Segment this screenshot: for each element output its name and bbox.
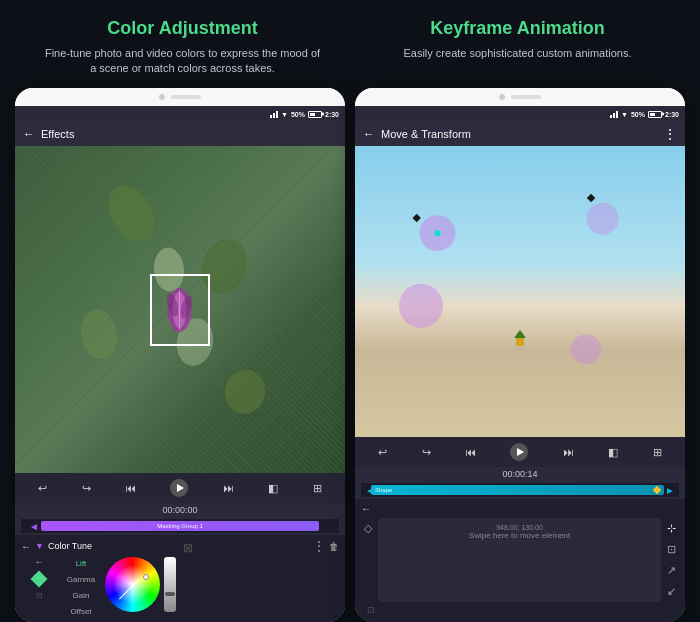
right-video-area <box>355 146 685 437</box>
right-wifi-icon: ▼ <box>621 111 628 118</box>
purple-flower <box>163 285 198 335</box>
right-battery-icon <box>648 111 662 118</box>
left-bookmark-btn[interactable]: ◧ <box>268 482 278 495</box>
right-redo-btn[interactable]: ↪ <box>422 446 431 459</box>
right-undo-btn[interactable]: ↩ <box>378 446 387 459</box>
left-playback-controls: ↩ ↪ ⏮ ⏭ ◧ ⊞ <box>15 473 345 503</box>
left-panel-sidebar: ← ⊡ <box>21 557 57 600</box>
svg-point-0 <box>99 177 164 249</box>
right-panel-back[interactable]: ← <box>361 503 371 514</box>
coords-display: 948.00, 130.00 <box>496 524 543 531</box>
right-app-header: ← Move & Transform ⋮ <box>355 122 685 146</box>
swipe-hint: Swipe here to move element <box>469 531 570 596</box>
left-track-bar: Masking Group 1 <box>41 521 319 531</box>
right-skip-back-btn[interactable]: ⏮ <box>465 446 476 458</box>
slider-thumb <box>165 592 175 596</box>
right-bookmark-btn[interactable]: ◧ <box>608 446 618 459</box>
right-track-end: ► <box>665 485 675 496</box>
diamond-button[interactable] <box>31 571 48 588</box>
skew-icon[interactable]: ↙ <box>667 585 676 598</box>
left-expand-btn[interactable]: ⊞ <box>313 482 322 495</box>
color-tune-buttons: Lift Gamma Gain Offset <box>61 557 101 618</box>
diamond-icon[interactable]: ◇ <box>364 522 372 535</box>
right-timeline-track[interactable]: ◄ Shape ► <box>361 483 679 497</box>
left-panel-back[interactable]: ← <box>21 541 31 552</box>
scale-icon[interactable]: ⊡ <box>667 543 676 556</box>
signal-bar-3 <box>276 111 278 118</box>
signal-bar-1 <box>270 115 272 118</box>
expand-icon[interactable]: ⊠ <box>183 541 193 555</box>
left-undo-btn[interactable]: ↩ <box>38 482 47 495</box>
right-signal-bar-3 <box>616 111 618 118</box>
right-battery-text: 50% <box>631 111 645 118</box>
keyframe-svg <box>355 146 685 437</box>
left-skip-fwd-btn[interactable]: ⏭ <box>223 482 234 494</box>
left-back-button[interactable]: ← <box>23 127 35 141</box>
wheel-dot <box>143 574 149 580</box>
kf-teal-dot <box>435 231 441 237</box>
signal-bar-2 <box>273 113 275 118</box>
signal-icon <box>270 111 278 118</box>
mask-icon-right[interactable]: ⊡ <box>367 605 375 615</box>
left-phone-screen: ▼ 50% 2:30 ← Effects <box>15 106 345 622</box>
right-app-title: Move & Transform <box>381 128 657 140</box>
plant-background <box>15 146 345 473</box>
right-play-triangle <box>517 448 524 456</box>
left-status-bar: ▼ 50% 2:30 <box>15 106 345 122</box>
play-triangle <box>177 484 184 492</box>
color-wheel-container[interactable] <box>105 557 160 612</box>
right-phone-screen: ▼ 50% 2:30 ← Move & Transform ⋮ <box>355 106 685 622</box>
left-panel-menu[interactable]: ⋮ <box>313 539 325 553</box>
right-side-icons-right: ⊹ ⊡ ↗ ↙ <box>664 518 679 602</box>
right-bottom-icons: ⊡ <box>361 602 679 618</box>
lift-btn[interactable]: Lift <box>61 557 101 570</box>
left-phone-top-bar <box>15 88 345 106</box>
right-play-btn[interactable] <box>510 443 528 461</box>
rotate-icon[interactable]: ↗ <box>667 564 676 577</box>
left-battery-text: 50% <box>291 111 305 118</box>
left-play-btn[interactable] <box>170 479 188 497</box>
right-menu-btn[interactable]: ⋮ <box>663 126 677 142</box>
right-track-bar: Shape <box>371 485 664 495</box>
left-panel-title: Color Tune <box>48 541 92 551</box>
left-skip-back-btn[interactable]: ⏮ <box>125 482 136 494</box>
left-feature-title: Color Adjustment <box>107 18 257 40</box>
color-controls: ← ⊡ Lift Gamma Gain Offset <box>21 557 339 618</box>
swipe-area[interactable]: 948.00, 130.00 Swipe here to move elemen… <box>378 518 661 602</box>
right-feature-desc: Easily create sophisticated custom anima… <box>403 46 631 61</box>
panel-back2[interactable]: ← <box>35 557 44 567</box>
move-icon[interactable]: ⊹ <box>667 522 676 535</box>
svg-point-2 <box>77 307 121 362</box>
flower-svg <box>163 285 198 335</box>
left-battery-icon <box>308 111 322 118</box>
left-timeline-track[interactable]: ◄ Masking Group 1 <box>21 519 339 533</box>
right-expand-btn[interactable]: ⊞ <box>653 446 662 459</box>
kf-diamond-2 <box>587 194 595 202</box>
left-redo-btn[interactable]: ↪ <box>82 482 91 495</box>
offset-btn[interactable]: Offset <box>61 605 101 618</box>
color-wheel[interactable] <box>105 557 160 612</box>
right-time: 2:30 <box>665 111 679 118</box>
kf-circle-4 <box>571 335 601 365</box>
gamma-btn[interactable]: Gamma <box>61 573 101 586</box>
gain-btn[interactable]: Gain <box>61 589 101 602</box>
right-track-label: Shape <box>375 487 392 493</box>
left-feature-block: Color Adjustment Fine-tune photo and vid… <box>20 18 345 76</box>
right-panel-content: ◇ 948.00, 130.00 Swipe here to move elem… <box>361 518 679 602</box>
left-panel-trash[interactable]: 🗑 <box>329 541 339 552</box>
mask-icon[interactable]: ⊡ <box>36 591 43 600</box>
left-time: 2:30 <box>325 111 339 118</box>
left-phone: ▼ 50% 2:30 ← Effects <box>15 88 345 622</box>
right-phone-camera <box>499 94 505 100</box>
feature-headers: Color Adjustment Fine-tune photo and vid… <box>0 0 700 88</box>
left-track-arrow: ◄ <box>29 521 39 532</box>
right-signal-bar-1 <box>610 115 612 118</box>
kf-diamond-1 <box>412 214 420 222</box>
right-back-button[interactable]: ← <box>363 127 375 141</box>
right-panel-header: ← <box>361 503 679 514</box>
right-phone: ▼ 50% 2:30 ← Move & Transform ⋮ <box>355 88 685 622</box>
beach-background <box>355 146 685 437</box>
brightness-slider[interactable] <box>164 557 176 612</box>
kf-circle-3 <box>587 203 619 235</box>
right-skip-fwd-btn[interactable]: ⏭ <box>563 446 574 458</box>
